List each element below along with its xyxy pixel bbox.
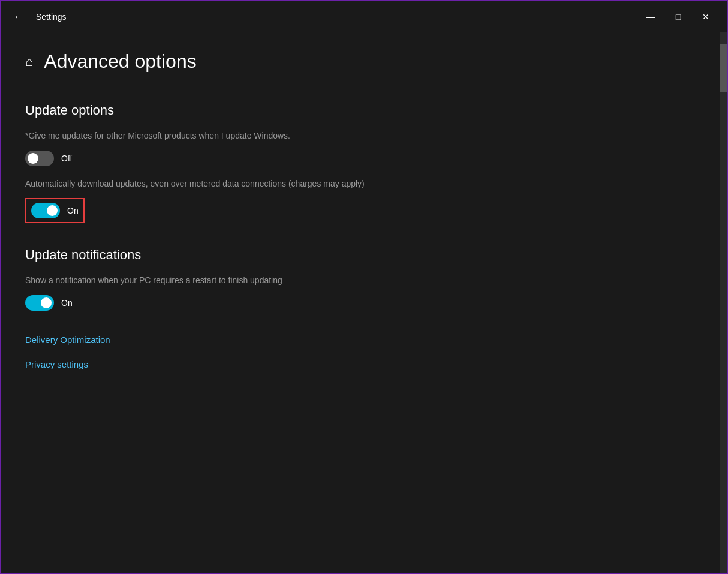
main-content: ⌂ Advanced options Update options *Give … [1,32,720,573]
title-bar: ← Settings — □ ✕ [1,1,727,32]
microsoft-products-thumb [28,153,38,164]
minimize-button[interactable]: — [637,7,664,26]
microsoft-products-toggle-row: Off [25,151,696,166]
delivery-optimization-link[interactable]: Delivery Optimization [25,335,696,345]
metered-connections-thumb [47,205,58,216]
microsoft-products-toggle[interactable] [25,151,54,166]
maximize-button[interactable]: □ [664,7,692,26]
microsoft-products-track [25,151,54,166]
metered-connections-description: Automatically download updates, even ove… [25,178,696,190]
scrollbar-thumb[interactable] [720,44,727,92]
restart-notification-label: On [61,298,73,308]
scrollbar-track[interactable] [720,32,727,573]
privacy-settings-link[interactable]: Privacy settings [25,359,696,369]
settings-window: ← Settings — □ ✕ ⌂ Advanced options Upda… [0,0,728,574]
restart-notification-description: Show a notification when your PC require… [25,275,696,287]
home-icon: ⌂ [25,54,33,70]
update-notifications-title: Update notifications [25,247,696,263]
update-options-section: Update options *Give me updates for othe… [25,103,696,223]
page-title: Advanced options [44,50,196,73]
page-header: ⌂ Advanced options [25,50,696,73]
microsoft-products-description: *Give me updates for other Microsoft pro… [25,130,696,142]
update-options-title: Update options [25,103,696,118]
title-bar-left: ← Settings [8,8,67,26]
metered-connections-toggle[interactable] [31,203,60,218]
microsoft-products-label: Off [61,154,72,163]
update-notifications-section: Update notifications Show a notification… [25,247,696,311]
content-area: ⌂ Advanced options Update options *Give … [1,32,727,573]
restart-notification-track [25,295,54,311]
title-bar-title: Settings [36,12,67,22]
title-bar-controls: — □ ✕ [637,7,720,26]
restart-notification-toggle-row: On [25,295,696,311]
restart-notification-thumb [41,297,52,308]
metered-connections-label: On [67,206,79,215]
back-button[interactable]: ← [8,8,29,26]
restart-notification-toggle[interactable] [25,295,54,311]
metered-connections-track [31,203,60,218]
close-button[interactable]: ✕ [692,7,720,26]
metered-connections-highlight-row: On [25,198,85,223]
